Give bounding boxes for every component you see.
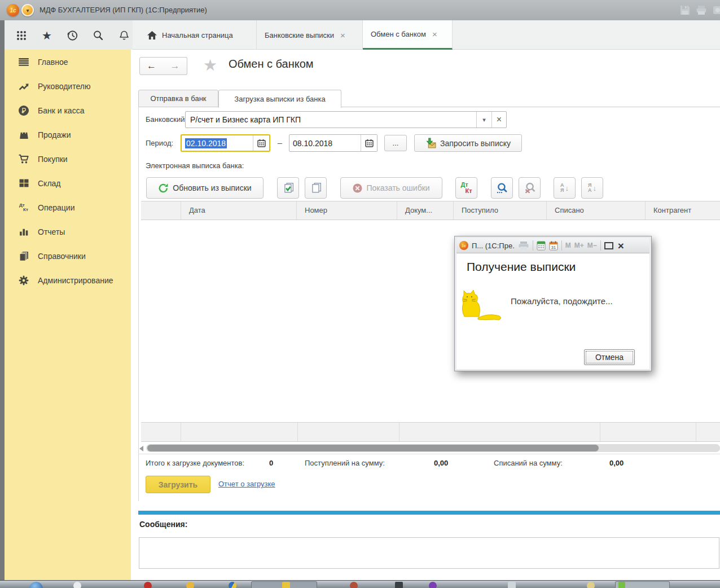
print-icon[interactable] — [695, 5, 708, 16]
taskbar-icon[interactable] — [587, 582, 595, 588]
sidebar-item-manager[interactable]: Руководителю — [5, 74, 131, 98]
history-icon[interactable] — [66, 29, 78, 42]
date-to-field[interactable]: 08.10.2018 — [289, 134, 377, 152]
ruble-circle-icon — [18, 105, 29, 116]
books-stack-icon — [18, 251, 29, 262]
tab-send-to-bank[interactable]: Отправка в банк — [138, 90, 218, 107]
bank-account-combobox[interactable]: Р/счет и Бизнес карта ИП ГКП ▾ × — [185, 111, 507, 128]
taskbar-icon[interactable] — [186, 582, 194, 588]
load-button[interactable]: Загрузить — [146, 476, 210, 493]
documents-check-icon — [283, 182, 294, 194]
dt-kt-button[interactable]: ДтКт — [455, 177, 477, 199]
dropdown-button[interactable]: ▾ — [476, 112, 491, 128]
taskbar-icon[interactable] — [144, 582, 152, 588]
clear-flags-button[interactable] — [305, 177, 327, 199]
show-errors-button[interactable]: Показать ошибки — [340, 177, 442, 199]
refresh-from-statement-button[interactable]: Обновить из выписки — [146, 177, 264, 199]
tab-home[interactable]: Начальная страница — [139, 20, 257, 50]
taskbar-icon-1c[interactable] — [618, 582, 625, 588]
taskbar-icon[interactable] — [429, 582, 437, 588]
income-sum-label: Поступлений на сумму: — [305, 459, 385, 467]
sections-grid-icon[interactable] — [15, 29, 28, 42]
sidebar-item-reports[interactable]: Отчеты — [5, 220, 131, 244]
sidebar-item-administration[interactable]: Администрирование — [5, 268, 131, 292]
table-column-header[interactable]: Номер — [296, 201, 397, 220]
print-icon[interactable] — [518, 241, 529, 250]
calendar-31-icon[interactable]: 31 — [549, 241, 558, 251]
sidebar-item-label: Банк и касса — [38, 106, 84, 115]
gear-icon — [18, 275, 29, 286]
search-icon[interactable] — [92, 29, 104, 42]
sort-descending-button[interactable]: ЯА↓ — [581, 177, 603, 199]
sidebar-item-sales[interactable]: Продажи — [5, 122, 131, 147]
sidebar-item-label: Покупки — [38, 155, 68, 164]
memory-minus-button[interactable]: M− — [587, 242, 597, 249]
memory-plus-button[interactable]: M+ — [574, 242, 584, 249]
calculator-icon[interactable] — [537, 241, 546, 251]
messages-panel[interactable] — [139, 537, 719, 569]
messages-label: Сообщения: — [139, 520, 187, 529]
table-column-header[interactable]: Дата — [181, 201, 296, 220]
table-column-selector[interactable] — [141, 201, 181, 220]
request-statement-icon — [425, 138, 436, 148]
maximize-icon[interactable] — [604, 242, 613, 249]
taskbar-icon[interactable] — [508, 582, 516, 588]
menu-lines-icon — [18, 56, 29, 68]
date-from-field[interactable]: 02.10.2018 — [181, 134, 270, 152]
request-statement-button[interactable]: Запросить выписку — [414, 134, 522, 152]
cancel-find-button[interactable] — [519, 177, 541, 199]
home-icon — [147, 31, 157, 40]
tab-bank-exchange[interactable]: Обмен с банком × — [363, 20, 453, 50]
sidebar-item-purchases[interactable]: Покупки — [5, 147, 131, 171]
close-icon[interactable]: × — [340, 30, 345, 40]
svg-text:31: 31 — [551, 244, 556, 249]
favorite-star-icon[interactable]: ★ — [203, 57, 217, 74]
memory-recall-button[interactable]: M — [565, 242, 571, 249]
dialog-titlebar[interactable]: 1с П... (1С:Пре. 31 M M+ M− × — [456, 238, 649, 253]
sidebar-item-warehouse[interactable]: Склад — [5, 171, 131, 195]
tab-load-statement[interactable]: Загрузка выписки из банка — [218, 90, 341, 108]
sidebar-item-bank-cash[interactable]: Банк и касса — [5, 98, 131, 122]
favorites-star-icon[interactable]: ★ — [41, 29, 53, 42]
application-window: 1с ▾ МДФ БУХГАЛТЕРИЯ (ИП ГКП) (1С:Предпр… — [0, 0, 720, 588]
sidebar-item-main[interactable]: Главное — [5, 50, 131, 74]
calendar-icon[interactable] — [361, 135, 377, 151]
sections-sidebar: Главное Руководителю Банк и касса Продаж… — [5, 50, 131, 580]
forward-button[interactable]: → — [163, 57, 187, 75]
error-circle-icon — [353, 183, 362, 193]
taskbar-icon[interactable] — [229, 582, 236, 588]
main-menu-dropdown-button[interactable]: ▾ — [21, 4, 34, 16]
table-column-header[interactable]: Контрагент — [645, 201, 720, 220]
save-icon[interactable] — [679, 5, 691, 16]
sidebar-item-label: Справочники — [38, 252, 86, 261]
taskbar-icon[interactable] — [350, 582, 358, 588]
load-report-link[interactable]: Отчет о загрузке — [218, 480, 275, 488]
close-icon[interactable]: × — [618, 240, 624, 251]
dt-kt-icon: ДтКт — [18, 202, 29, 213]
sidebar-item-directories[interactable]: Справочники — [5, 244, 131, 268]
taskbar-icon[interactable] — [395, 582, 403, 588]
scrollbar-thumb[interactable] — [147, 445, 599, 451]
taskbar-icon[interactable] — [282, 582, 290, 588]
sidebar-item-operations[interactable]: ДтКт Операции — [5, 195, 131, 220]
table-column-header[interactable]: Поступило — [453, 201, 546, 220]
sort-ascending-button[interactable]: АЯ↓ — [554, 177, 576, 199]
table-column-header[interactable]: Докум... — [397, 201, 453, 220]
set-flags-button[interactable] — [277, 177, 299, 199]
notifications-bell-icon[interactable] — [118, 29, 130, 42]
calendar-icon[interactable] — [253, 135, 269, 151]
scroll-left-arrow[interactable] — [139, 446, 143, 451]
bank-account-value: Р/счет и Бизнес карта ИП ГКП — [186, 115, 476, 124]
messages-splitter[interactable] — [138, 511, 720, 515]
taskbar-icon[interactable] — [73, 582, 81, 588]
cancel-button[interactable]: Отмена — [584, 349, 635, 365]
table-column-header[interactable]: Списано — [546, 201, 645, 220]
dialog-title: П... (1С:Пре. — [472, 242, 515, 250]
preview-icon[interactable] — [712, 5, 720, 16]
back-button[interactable]: ← — [139, 57, 164, 75]
find-button[interactable] — [491, 177, 513, 199]
clear-button[interactable]: × — [491, 112, 506, 128]
close-icon[interactable]: × — [432, 29, 437, 39]
period-more-button[interactable]: ... — [384, 135, 407, 151]
tab-bank-statements[interactable]: Банковские выписки × — [257, 20, 363, 50]
